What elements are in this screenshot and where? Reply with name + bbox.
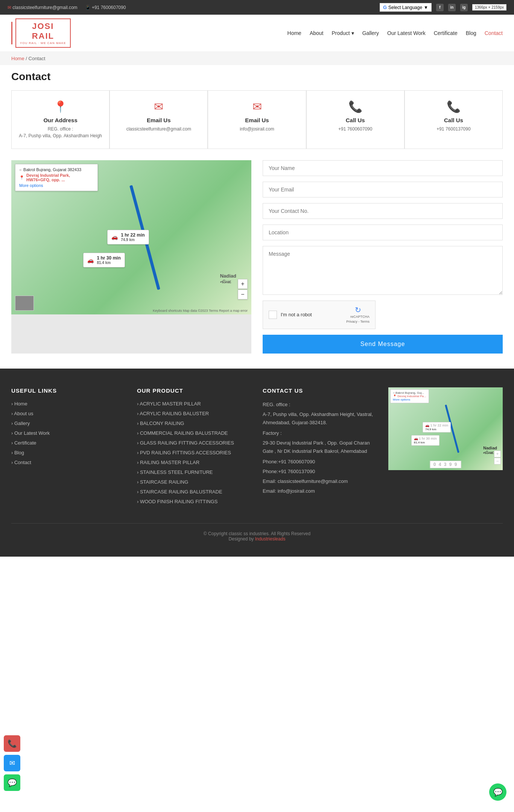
car-icon: 🚗 [111, 234, 118, 240]
footer-map-zoom-out[interactable]: − [494, 458, 501, 464]
footer-grid: USEFUL LINKS Home About us Gallery Our L… [11, 387, 503, 508]
product-title: OUR PRODUCT [137, 387, 251, 394]
contact-card-call2: 📞 Call Us +91 7600137090 [405, 90, 503, 149]
nav-blog[interactable]: Blog [466, 30, 476, 36]
footer-map-controls: + − [494, 451, 501, 464]
footer-map-col: ○ Bakrol Bujrang, Guj... 📍 Devraj Indust… [388, 387, 503, 508]
send-message-button[interactable]: Send Message [263, 335, 503, 354]
product-link-3[interactable]: BALCONY RAILING [137, 420, 184, 426]
useful-links-list: Home About us Gallery Our Latest Work Ce… [11, 401, 126, 465]
footer-factory-address: 29-30 Devraj Industrial Park , Opp. Gopa… [263, 439, 377, 455]
footer-copyright: © Copyright classic ss industries. All R… [11, 531, 503, 536]
contact-main: ○ Bakrol Bujrang, Gujarat 382433 📍 Devra… [0, 160, 514, 368]
footer-link-certificate[interactable]: Certificate [11, 440, 36, 446]
breadcrumb-current: Contact [29, 56, 46, 61]
product-link-8[interactable]: STAINLESS STEEL FURNITURE [137, 469, 213, 475]
email2-icon: ✉ [214, 100, 300, 113]
product-link-7[interactable]: RAILING MASTER PILLAR [137, 460, 199, 465]
product-link-10[interactable]: STAIRCASE RAILING BALUSTRADE [137, 489, 222, 495]
footer-link-home[interactable]: Home [11, 401, 27, 407]
page-title: Contact [11, 71, 503, 83]
product-link-5[interactable]: GLASS RAILING FITTING ACCESSORIES [137, 440, 234, 446]
product-link-2[interactable]: ACRYLIC RAILING BALUSTER [137, 411, 209, 416]
map-info-box: ○ Bakrol Bujrang, Gujarat 382433 📍 Devra… [15, 164, 98, 191]
phone-icon: 📱 [85, 5, 91, 10]
product-list: ACRYLIC MASTER PILLAR ACRYLIC RAILING BA… [137, 401, 251, 504]
contact-form: I'm not a robot ↻ reCAPTCHAPrivacy - Ter… [263, 160, 503, 353]
map-origin: Bakrol Bujrang, Gujarat 382433 [23, 167, 81, 172]
product-link-6[interactable]: PVD RAILING FITTINGS ACCESSORIES [137, 450, 231, 455]
footer-designer-link[interactable]: Industriesleads [255, 536, 286, 542]
nav-gallery[interactable]: Gallery [362, 30, 379, 36]
footer-contact: CONTACT US REG. office : A-7, Pushp vill… [263, 387, 377, 508]
email-input[interactable] [263, 182, 503, 197]
nav-product[interactable]: Product ▾ [332, 30, 354, 36]
nav-latest-work[interactable]: Our Latest Work [387, 30, 426, 36]
top-bar-left: ✉ classicsteelfurniture@gmail.com 📱 +91 … [8, 5, 126, 10]
map-place-label: Nadiadનડિયાદ [220, 273, 236, 284]
map-dest-icon: 📍 [19, 175, 24, 180]
footer-link-latest-work[interactable]: Our Latest Work [11, 430, 50, 436]
email1-detail: classicsteelfurniture@gmail.com [116, 126, 202, 132]
footer-map-zoom-in[interactable]: + [494, 451, 501, 457]
nav-home[interactable]: Home [287, 30, 301, 36]
address-sub: REG. office : [17, 126, 103, 132]
nav-links: Home About Product ▾ Gallery Our Latest … [287, 30, 503, 36]
facebook-icon[interactable]: f [436, 4, 444, 11]
email1-title: Email Us [116, 117, 202, 123]
map-destination: Devraj Industrial Park, HW76+GFQ, opp. .… [26, 173, 94, 182]
name-input[interactable] [263, 160, 503, 176]
nav-contact[interactable]: Contact [485, 30, 503, 36]
call2-detail: +91 7600137090 [411, 126, 497, 132]
top-email: ✉ classicsteelfurniture@gmail.com [8, 5, 78, 10]
footer: USEFUL LINKS Home About us Gallery Our L… [0, 369, 514, 557]
email2-title: Email Us [214, 117, 300, 123]
map-more-options[interactable]: More options [19, 183, 43, 188]
select-language-button[interactable]: G Select Language ▼ [380, 3, 432, 12]
contact-input[interactable] [263, 203, 503, 219]
contact-card-email2: ✉ Email Us info@josirail.com [208, 90, 306, 149]
footer-link-blog[interactable]: Blog [11, 450, 24, 455]
footer-link-gallery[interactable]: Gallery [11, 420, 30, 426]
breadcrumb: Home / Contact [0, 52, 514, 65]
instagram-icon[interactable]: ig [460, 4, 468, 11]
linkedin-icon[interactable]: in [448, 4, 456, 11]
logo-box: JOSIRAIL YOU RAIL · WE CAN MAKE [15, 18, 71, 48]
logo-vertical-line [11, 22, 12, 44]
recaptcha-box: I'm not a robot ↻ reCAPTCHAPrivacy - Ter… [263, 301, 376, 329]
product-link-4[interactable]: COMMERCIAL RAILING BALUSTRADE [137, 430, 228, 436]
breadcrumb-home[interactable]: Home [11, 56, 24, 61]
message-input[interactable] [263, 246, 503, 295]
car2-icon: 🚗 [87, 257, 94, 263]
call1-title: Call Us [312, 117, 398, 123]
footer-factory-label: Factory : [263, 429, 377, 437]
product-link-11[interactable]: WOOD FINISH RAILING FITTINGS [137, 499, 218, 504]
contact-card-address: 📍 Our Address REG. office : A-7, Pushp v… [11, 90, 109, 149]
map-zoom-thumb [15, 296, 34, 311]
nav-certificate[interactable]: Certificate [434, 30, 458, 36]
recaptcha-checkbox[interactable] [269, 311, 277, 319]
logo-sub: YOU RAIL · WE CAN MAKE [20, 41, 66, 45]
map-zoom-in[interactable]: + [238, 279, 248, 289]
footer-link-contact[interactable]: Contact [11, 460, 31, 465]
location-input[interactable] [263, 225, 503, 240]
dimensions-badge: 514px × 812px [472, 4, 506, 11]
map-duration1: 1 hr 22 min [121, 232, 144, 238]
footer-phone1: Phone:+91 7600607090 [263, 458, 377, 466]
email1-icon: ✉ [116, 100, 202, 113]
page-title-area: Contact [0, 65, 514, 90]
footer-bottom: © Copyright classic ss industries. All R… [11, 523, 503, 545]
footer-products: OUR PRODUCT ACRYLIC MASTER PILLAR ACRYLI… [137, 387, 251, 508]
footer-reg-label: REG. office : [263, 401, 377, 409]
email-icon: ✉ [8, 5, 11, 10]
footer-map-more-options[interactable]: More options [393, 398, 426, 401]
footer-map-thumb: ○ Bakrol Bujrang, Guj... 📍 Devraj Indust… [388, 387, 503, 470]
nav-about[interactable]: About [310, 30, 324, 36]
email2-detail: info@josirail.com [214, 126, 300, 132]
map-zoom-out[interactable]: − [238, 290, 248, 299]
recaptcha-small: reCAPTCHAPrivacy - Terms [346, 314, 370, 324]
footer-link-about[interactable]: About us [11, 411, 33, 416]
product-link-1[interactable]: ACRYLIC MASTER PILLAR [137, 401, 201, 407]
nav-product-dropdown[interactable]: Product ▾ [332, 30, 354, 36]
product-link-9[interactable]: STAIRCASE RAILING [137, 479, 188, 485]
